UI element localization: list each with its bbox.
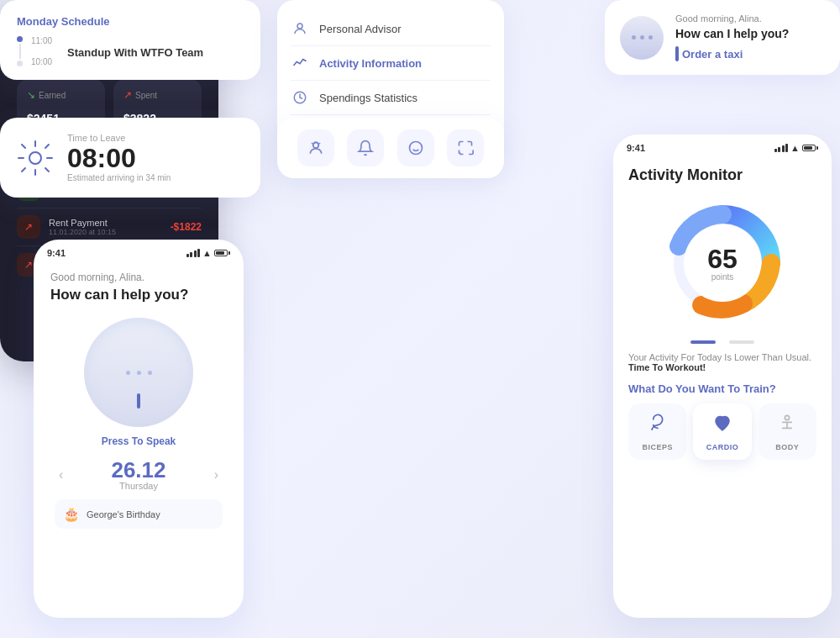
status-icons: ▲ [186,248,230,258]
order-taxi-button[interactable]: Order a taxi [675,46,743,61]
blob-center-indicator [137,393,140,409]
time-dot-top [17,36,23,42]
personal-advisor-icon [291,19,309,38]
assistant-avatar-small [620,16,664,60]
donut-chart: 65 points [655,196,790,330]
blob-dots [126,371,152,375]
date-display: 26.12 Thursday [111,459,165,491]
avatar-dot [640,35,644,40]
assistant-blob[interactable] [84,318,193,427]
monday-title: Monday Schedule [17,15,244,28]
time-leave-info: Time to Leave 08:00 Estimated arriving i… [67,133,171,182]
activity-icon [291,54,309,72]
history-name-2: Rent Payment [49,218,162,228]
svg-line-7 [22,145,25,148]
menu-item-spendings[interactable]: Spendings Statistics [291,81,491,115]
menu-label-advisor: Personal Advisor [319,23,402,35]
date-next-arrow[interactable]: › [214,467,218,482]
svg-line-10 [22,168,25,171]
date-prev-arrow[interactable]: ‹ [59,467,63,482]
earned-arrow-icon: ↘ [27,89,35,101]
assistant-question-small: How can I help you? [675,26,789,41]
activity-tab-active[interactable] [690,340,716,344]
body-label: BODY [764,443,811,451]
main-phone: 9:41 ▲ Good morning, Alina. How can I he… [34,240,244,618]
svg-line-9 [45,145,49,148]
spent-label: Spent [135,91,157,100]
status-bar: 9:41 ▲ [34,240,244,263]
time-line-vert [19,44,21,59]
icon-btn-scan[interactable] [447,129,484,166]
body-icon [764,412,811,440]
what-train-label: What Do You Want To Train? [628,382,816,395]
icon-btn-face[interactable] [397,129,434,166]
date-nav: ‹ 26.12 Thursday › [50,459,227,491]
phone-question: How can I help you? [50,286,227,304]
svg-point-0 [297,24,302,29]
activity-signal [774,144,789,152]
activity-status-time: 9:41 [627,143,645,153]
donut-label: points [707,272,738,282]
spendings-icon [291,88,309,107]
activity-tabs [628,340,816,344]
birthday-bar: 🎂 George's Birthday [55,499,223,529]
assistant-greeting-small: Good morning, Alina. [675,13,789,24]
time-leave-label: Time to Leave [67,133,171,143]
assistant-small-text: Good morning, Alina. How can I help you?… [675,13,789,61]
history-amount-2: -$1822 [171,221,202,233]
signal-bars [186,249,201,257]
menu-label-spendings: Spendings Statistics [319,92,417,104]
activity-phone: 9:41 ▲ Activity Monitor [613,134,832,618]
donut-points: 65 [707,245,738,272]
svg-point-13 [409,142,422,155]
icon-btn-bell[interactable] [347,129,384,166]
history-info-2: Rent Payment 11.01.2020 at 10:15 [49,218,162,236]
date-number: 26.12 [111,459,165,481]
history-date-2: 11.01.2020 at 10:15 [49,228,162,236]
time-leave-time: 08:00 [67,145,171,171]
train-option-biceps[interactable]: BICEPS [628,403,686,460]
taxi-indicator [675,46,679,61]
time-dot-bottom [17,61,23,66]
menu-item-activity[interactable]: Activity Information [291,46,491,81]
menu-item-personal-advisor[interactable]: Personal Advisor [291,12,491,46]
assistant-small-card: Good morning, Alina. How can I help you?… [605,0,840,75]
monday-schedule-card: Monday Schedule 11:00 10:00 Standup With… [0,0,260,80]
activity-status-bar: 9:41 ▲ [613,134,832,158]
cardio-label: CARDIO [698,443,746,451]
monday-times: 11:00 10:00 [31,36,52,66]
birthday-icon: 🎂 [63,506,80,522]
svg-line-8 [45,168,49,171]
menu-label-activity: Activity Information [319,57,422,70]
activity-status-icons: ▲ [774,143,818,153]
train-option-cardio[interactable]: CARDIO [693,403,751,460]
activity-battery-icon [802,145,818,151]
phone-greeting: Good morning, Alina. [50,272,227,283]
spent-arrow-icon: ↗ [123,89,132,101]
icon-btn-person[interactable] [297,129,334,166]
donut-center: 65 points [707,245,738,282]
phone-content: Good morning, Alina. How can I help you?… [34,263,244,537]
time-leave-card: Time to Leave 08:00 Estimated arriving i… [0,118,260,198]
activity-message: Your Activity For Today Is Lower Than Us… [628,352,816,372]
avatar-dot [632,35,636,40]
svg-point-12 [312,142,318,148]
battery-icon [214,250,230,256]
date-day: Thursday [111,481,165,491]
press-to-speak-label[interactable]: Press To Speak [50,435,227,447]
earned-label: Earned [39,91,66,100]
svg-point-18 [785,415,790,419]
activity-wifi-icon: ▲ [790,143,800,153]
time-line [17,36,23,66]
wifi-icon: ▲ [202,248,212,258]
biceps-label: BICEPS [633,443,681,451]
train-option-body[interactable]: BODY [759,403,816,460]
avatar-dot [648,35,653,40]
time-leave-est: Estimated arriving in 34 min [67,173,171,182]
cardio-icon [698,412,746,440]
sun-icon [17,140,54,177]
icons-row-card [277,118,504,178]
biceps-icon [633,412,681,440]
activity-tab-inactive[interactable] [729,340,754,344]
history-icon-spent-2: ↗ [17,215,40,239]
